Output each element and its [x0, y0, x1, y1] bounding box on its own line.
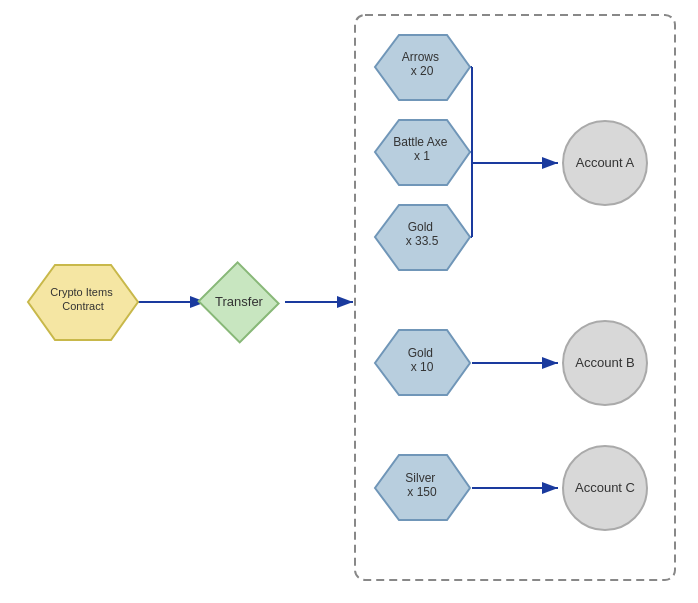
- account-a-label: Account A: [576, 155, 635, 170]
- gold335-label: Gold x 33.5: [406, 220, 439, 248]
- account-c-label: Account C: [575, 480, 635, 495]
- silver-label: Silver x 150: [405, 471, 438, 499]
- account-b-label: Account B: [575, 355, 634, 370]
- transfer-label: Transfer: [215, 294, 264, 309]
- gold10-label: Gold x 10: [408, 346, 437, 374]
- diagram-container: Crypto Items Contract Transfer Arrows x …: [0, 0, 698, 603]
